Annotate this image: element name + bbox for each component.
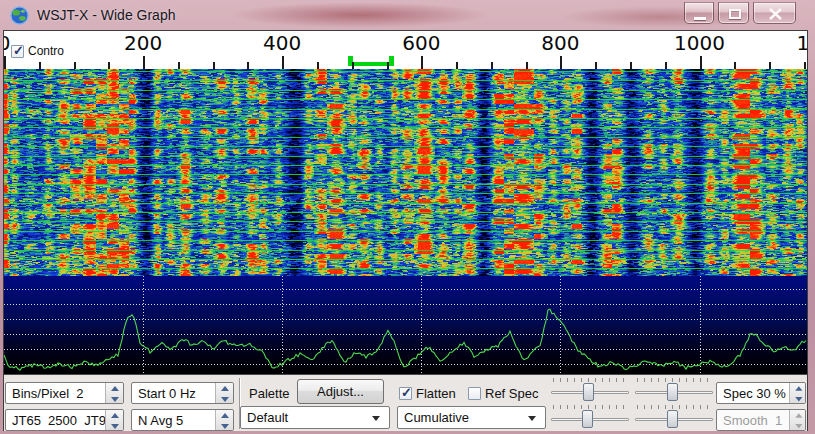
spin-down-button[interactable] <box>106 420 123 430</box>
spec-percent-spinner[interactable]: Spec 30 % <box>716 382 806 404</box>
scale-tick <box>387 62 389 69</box>
scale-label: 800 <box>541 31 579 55</box>
bins-pixel-value[interactable]: Bins/Pixel 2 <box>6 383 105 403</box>
checkbox-box <box>11 45 24 58</box>
spec-gain-slider[interactable] <box>635 378 713 404</box>
flatten-label: Flatten <box>416 386 456 401</box>
start-freq-spinner[interactable]: Start 0 Hz <box>131 382 234 404</box>
spin-down-button[interactable] <box>216 393 233 403</box>
scale-tick <box>560 56 562 69</box>
palette-label: Palette <box>249 386 289 401</box>
display-mode-select[interactable]: Cumulative <box>397 406 546 429</box>
scale-tick <box>317 62 319 69</box>
spin-up-button[interactable] <box>791 384 805 393</box>
controls-checkbox-label: Contro <box>28 44 64 58</box>
bins-pixel-spinner[interactable]: Bins/Pixel 2 <box>5 382 124 404</box>
scale-tick <box>491 62 493 69</box>
spin-down-button[interactable] <box>791 394 805 403</box>
spec-percent-value[interactable]: Spec 30 % <box>717 383 789 403</box>
wf-zero-slider[interactable] <box>551 405 629 431</box>
minimize-button[interactable] <box>684 2 714 24</box>
scale-tick <box>526 62 528 69</box>
caption-buttons <box>684 2 796 24</box>
scale-tick <box>39 62 41 69</box>
checkbox-box <box>468 387 481 400</box>
scale-tick <box>421 56 423 69</box>
slider-thumb[interactable] <box>583 383 594 401</box>
palette-select-value: Default <box>247 410 288 425</box>
spin-up-button[interactable] <box>216 383 233 393</box>
scale-tick <box>74 62 76 69</box>
display-mode-value: Cumulative <box>404 410 469 425</box>
spectrum-display[interactable] <box>4 276 807 374</box>
waterfall-display[interactable] <box>4 69 807 276</box>
maximize-icon <box>729 9 741 19</box>
minimize-icon <box>694 17 706 20</box>
flatten-checkbox[interactable]: Flatten <box>399 386 456 401</box>
adjust-button[interactable]: Adjust... <box>297 379 384 404</box>
spin-up-button[interactable] <box>106 383 123 393</box>
ref-spec-label: Ref Spec <box>485 386 538 401</box>
scale-tick <box>734 62 736 69</box>
n-avg-value[interactable]: N Avg 5 <box>132 410 215 430</box>
scale-tick <box>804 62 806 69</box>
spin-up-button[interactable] <box>106 410 123 420</box>
checkbox-box <box>399 387 412 400</box>
wide-graph-content: Contro 020040060080010001200 Bins/Pixel … <box>3 30 808 431</box>
smooth-value: Smooth 1 <box>717 410 789 430</box>
title-bar[interactable]: WSJT-X - Wide Graph <box>0 0 815 30</box>
scale-label: 200 <box>124 31 162 55</box>
smooth-spinner: Smooth 1 <box>716 409 806 431</box>
maximize-button[interactable] <box>718 2 749 24</box>
n-avg-spinner[interactable]: N Avg 5 <box>131 409 234 431</box>
scale-label: 600 <box>402 31 440 55</box>
chevron-down-icon <box>528 416 536 421</box>
scale-tick <box>4 56 6 69</box>
scale-label: 1200 <box>797 31 807 55</box>
app-icon <box>10 6 29 25</box>
scale-label: 0 <box>4 31 10 55</box>
palette-select[interactable]: Default <box>240 406 390 429</box>
spin-down-button <box>791 421 805 430</box>
scale-tick <box>178 62 180 69</box>
scale-tick <box>108 62 110 69</box>
spec-zero-slider[interactable] <box>635 405 713 431</box>
scale-tick <box>352 62 354 69</box>
wf-gain-slider[interactable] <box>551 378 629 404</box>
window-title: WSJT-X - Wide Graph <box>37 7 175 23</box>
frequency-scale[interactable]: Contro 020040060080010001200 <box>4 31 807 69</box>
spin-down-button[interactable] <box>106 393 123 403</box>
ref-spec-checkbox[interactable]: Ref Spec <box>468 386 538 401</box>
scale-tick <box>769 62 771 69</box>
start-freq-value[interactable]: Start 0 Hz <box>132 383 215 403</box>
scale-tick <box>456 62 458 69</box>
close-icon <box>768 8 783 20</box>
spin-up-button <box>791 411 805 420</box>
jt65-jt9-value[interactable]: JT65 2500 JT9 <box>6 410 105 430</box>
scale-tick <box>595 62 597 69</box>
scale-tick <box>213 62 215 69</box>
jt65-jt9-split-spinner[interactable]: JT65 2500 JT9 <box>5 409 124 431</box>
controls-checkbox[interactable]: Contro <box>11 44 64 58</box>
spin-down-button[interactable] <box>216 420 233 430</box>
slider-thumb[interactable] <box>582 410 593 428</box>
scale-tick <box>143 56 145 69</box>
scale-label: 1000 <box>674 31 725 55</box>
scale-label: 400 <box>263 31 301 55</box>
scale-tick <box>700 56 702 69</box>
control-panel: Bins/Pixel 2 Start 0 Hz JT65 2500 JT9 N … <box>4 374 807 431</box>
close-button[interactable] <box>753 2 796 24</box>
scale-tick <box>630 62 632 69</box>
scale-tick <box>247 62 249 69</box>
slider-thumb[interactable] <box>667 410 678 428</box>
chevron-down-icon <box>372 416 380 421</box>
spin-up-button[interactable] <box>216 410 233 420</box>
window: WSJT-X - Wide Graph Contro 0200400600800… <box>0 0 815 434</box>
slider-thumb[interactable] <box>667 383 678 401</box>
scale-tick <box>665 62 667 69</box>
scale-tick <box>282 56 284 69</box>
